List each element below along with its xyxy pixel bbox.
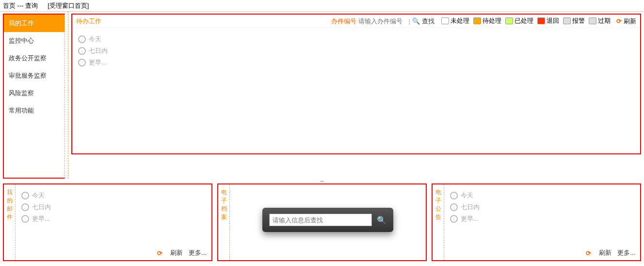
time-group[interactable]: ↓今天 (21, 191, 206, 200)
chevron-down-icon: ↓ (78, 59, 86, 66)
refresh-icon[interactable]: ⟳ (157, 249, 162, 257)
status-label: 未处理 (451, 17, 469, 25)
time-group[interactable]: ↓七日内 (21, 203, 206, 212)
time-group-label: 今天 (89, 35, 101, 44)
time-group-label: 七日内 (461, 203, 480, 212)
status-swatch (589, 17, 596, 24)
todo-title: 待办工作 (76, 17, 101, 26)
status-swatch (473, 17, 481, 24)
status-待处理[interactable]: 待处理 (473, 17, 501, 25)
time-group[interactable]: ↓七日内 (78, 47, 634, 55)
archive-search-input[interactable] (269, 214, 372, 226)
chevron-down-icon: ↓ (78, 35, 86, 43)
time-group[interactable]: ↓七日内 (450, 203, 634, 212)
sidebar-item-4[interactable]: 风险监察 (4, 84, 64, 102)
refresh-icon[interactable]: ⟳ (616, 17, 622, 25)
chevron-down-icon: ↓ (21, 215, 29, 223)
sidebar: 我的工作监控中心政务公开监察审批服务监察风险监察常用功能 (3, 14, 65, 179)
mail-refresh-button[interactable]: 刷新 (170, 249, 183, 257)
status-swatch (505, 17, 513, 24)
status-swatch (537, 17, 545, 24)
status-label: 待处理 (483, 17, 501, 25)
breadcrumb[interactable]: 首页 --- 查询 (3, 1, 38, 10)
chevron-down-icon: ↓ (21, 192, 29, 200)
time-group-label: 七日内 (32, 203, 51, 212)
todo-panel: 待办工作 办件编号 | 🔍 查找 未处理待处理已处理退回报警过期 ⟳ 刷新 ↓今… (71, 14, 641, 154)
chevron-down-icon: ↓ (450, 192, 458, 200)
time-group-label: 今天 (461, 191, 473, 200)
chevron-down-icon: ↓ (78, 47, 86, 55)
notice-more-button[interactable]: 更多... (617, 249, 635, 257)
status-label: 报警 (572, 17, 585, 25)
search-label: 办件编号 (331, 17, 356, 26)
case-number-input[interactable] (358, 17, 407, 25)
chevron-down-icon: ↓ (21, 203, 29, 211)
status-已处理[interactable]: 已处理 (505, 17, 533, 25)
status-label: 已处理 (515, 17, 533, 25)
status-报警[interactable]: 报警 (563, 17, 585, 25)
chevron-down-icon: ↓ (450, 215, 458, 223)
mail-panel-title: 我的邮件 (4, 184, 16, 260)
notice-panel: 电子公告 ↓今天↓七日内↓更早... ⟳ 刷新 更多... (432, 183, 641, 261)
sidebar-item-3[interactable]: 审批服务监察 (4, 67, 64, 84)
separator: | (409, 17, 410, 25)
top-bar: 首页 --- 查询 [受理窗口首页] (0, 0, 644, 12)
time-group-label: 七日内 (89, 47, 108, 55)
time-group-label: 今天 (32, 191, 45, 200)
time-group-label: 更早... (89, 58, 107, 67)
refresh-button[interactable]: 刷新 (624, 17, 636, 26)
time-group[interactable]: ↓今天 (78, 35, 634, 44)
status-未处理[interactable]: 未处理 (441, 17, 469, 25)
archive-panel: 电子档案 🔍 (217, 183, 427, 261)
refresh-icon[interactable]: ⟳ (586, 249, 591, 257)
chevron-down-icon: ↓ (450, 203, 458, 211)
archive-search-box: 🔍 (262, 208, 393, 232)
status-label: 过期 (598, 17, 611, 25)
sidebar-item-5[interactable]: 常用功能 (4, 102, 64, 119)
time-group-label: 更早... (32, 215, 50, 223)
time-group[interactable]: ↓更早... (450, 215, 634, 223)
mail-panel: 我的邮件 ↓今天↓七日内↓更早... ⟳ 刷新 更多... (3, 183, 212, 261)
sidebar-item-0[interactable]: 我的工作 (4, 15, 64, 32)
search-button[interactable]: 查找 (422, 17, 435, 26)
time-group[interactable]: ↓更早... (21, 215, 206, 223)
status-过期[interactable]: 过期 (589, 17, 611, 25)
status-swatch (563, 17, 571, 24)
time-group[interactable]: ↓今天 (450, 191, 634, 200)
splitter-handle[interactable]: ═ (0, 179, 644, 183)
sidebar-item-2[interactable]: 政务公开监察 (4, 50, 64, 67)
status-swatch (441, 17, 449, 24)
notice-refresh-button[interactable]: 刷新 (599, 249, 612, 257)
page-title: [受理窗口首页] (48, 1, 89, 10)
time-group-label: 更早... (461, 215, 479, 223)
mail-more-button[interactable]: 更多... (189, 249, 207, 257)
search-icon[interactable]: 🔍 (412, 17, 420, 25)
search-icon[interactable]: 🔍 (377, 216, 386, 225)
status-退回[interactable]: 退回 (537, 17, 559, 25)
sidebar-item-1[interactable]: 监控中心 (4, 32, 64, 50)
todo-header: 待办工作 办件编号 | 🔍 查找 未处理待处理已处理退回报警过期 ⟳ 刷新 (72, 15, 640, 28)
archive-panel-title: 电子档案 (218, 184, 230, 260)
time-group[interactable]: ↓更早... (78, 58, 634, 67)
notice-panel-title: 电子公告 (433, 184, 444, 260)
todo-body: ↓今天↓七日内↓更早... (72, 28, 640, 74)
status-label: 退回 (547, 17, 559, 25)
